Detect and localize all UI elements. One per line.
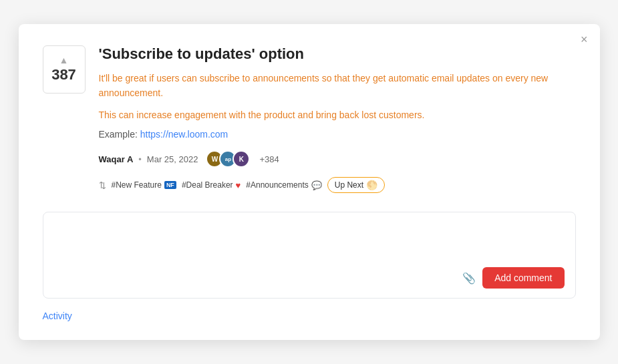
tag-new-feature-label: #New Feature (112, 180, 162, 190)
example-link[interactable]: https://new.loom.com (140, 129, 228, 140)
up-next-badge[interactable]: Up Next 🌕 (327, 177, 385, 193)
tags-row: ⇅ #New Feature NF #Deal Breaker ♥ #Annou… (99, 177, 576, 193)
example-prefix: Example: (99, 129, 140, 140)
attach-icon[interactable]: 📎 (462, 272, 476, 285)
announcements-icon: 💬 (311, 180, 322, 190)
close-button[interactable]: × (581, 33, 588, 45)
post-body-line2: This can increase engagement with the pr… (99, 108, 576, 122)
vote-count: 387 (51, 66, 76, 83)
vote-arrow-icon: ▲ (59, 55, 69, 65)
tag-deal-breaker-label: #Deal Breaker (182, 180, 233, 190)
post-title: 'Subscribe to updates' option (99, 45, 576, 63)
meta-date: Mar 25, 2022 (147, 154, 198, 164)
tag-deal-breaker[interactable]: #Deal Breaker ♥ (182, 180, 241, 190)
sort-icon[interactable]: ⇅ (99, 180, 106, 190)
up-next-label: Up Next (335, 180, 363, 190)
meta-dot: • (138, 154, 142, 164)
tag-announcements[interactable]: #Announcements 💬 (246, 180, 321, 190)
content-top: ▲ 387 'Subscribe to updates' option It'l… (43, 45, 576, 193)
new-feature-icon: NF (164, 181, 176, 189)
meta-row: Waqar A • Mar 25, 2022 W ap K +384 (99, 150, 576, 168)
avatars-group: W ap K (206, 150, 250, 168)
modal-container: × ▲ 387 'Subscribe to updates' option It… (19, 24, 600, 340)
up-next-emoji: 🌕 (366, 180, 377, 190)
post-body-line1: It'll be great if users can subscribe to… (99, 71, 576, 101)
comment-actions: 📎 Add comment (54, 267, 565, 289)
comment-section: 📎 Add comment (43, 212, 576, 299)
deal-breaker-icon: ♥ (236, 180, 241, 190)
activity-label[interactable]: Activity (43, 311, 576, 321)
plus-count: +384 (259, 154, 279, 164)
vote-box[interactable]: ▲ 387 (43, 45, 86, 94)
post-content: 'Subscribe to updates' option It'll be g… (99, 45, 576, 193)
tag-announcements-label: #Announcements (246, 180, 308, 190)
add-comment-button[interactable]: Add comment (482, 267, 564, 289)
tag-new-feature[interactable]: #New Feature NF (112, 180, 176, 190)
example-line: Example: https://new.loom.com (99, 129, 576, 140)
avatar-3: K (233, 150, 250, 168)
author-name: Waqar A (99, 154, 134, 164)
comment-input[interactable] (54, 222, 565, 262)
